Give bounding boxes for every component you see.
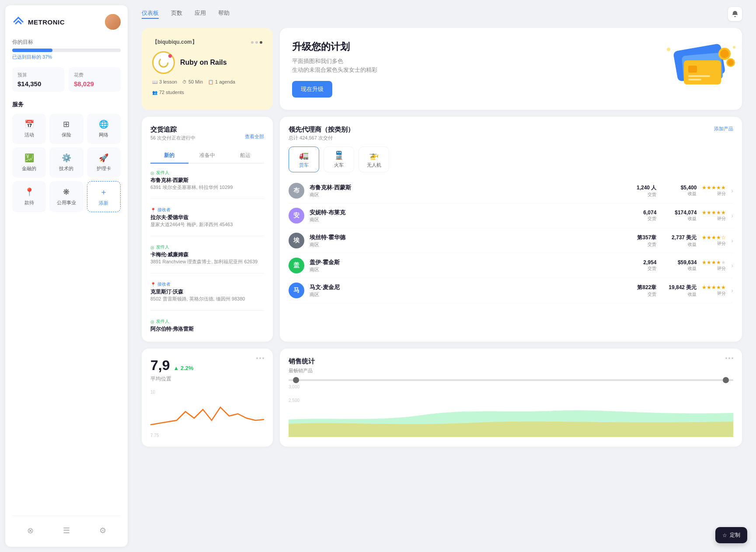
agent-tab-truck[interactable]: 🚛 货车 xyxy=(289,147,319,172)
logo-icon xyxy=(12,16,24,28)
delivery-name-2: 拉尔夫·爱德华兹 xyxy=(150,214,264,221)
delivery-item-2: 📍 接收者 拉尔夫·爱德华兹 显家大道2464号 梅萨, 新泽西州 45463 xyxy=(150,207,264,228)
delivery-role-5: ◎ 发件人 xyxy=(150,318,264,325)
agent-avatar-3: 埃 xyxy=(289,233,304,248)
course-title-area: Ruby on Rails xyxy=(180,59,227,66)
slider-thumb-right[interactable] xyxy=(723,377,729,383)
svg-point-8 xyxy=(720,49,729,58)
svg-rect-6 xyxy=(688,79,701,80)
agent-arrow-1[interactable]: › xyxy=(731,187,733,194)
svg-point-10 xyxy=(728,59,734,66)
chart-more-dots[interactable] xyxy=(256,357,264,359)
tab-new[interactable]: 新的 xyxy=(150,148,188,164)
agent-tab-drone[interactable]: 🚁 无人机 xyxy=(359,147,389,172)
agent-arrow-4[interactable]: › xyxy=(731,262,733,269)
agent-rating-1: ★★★★★ 评分 xyxy=(702,185,726,197)
delivery-divider-2 xyxy=(150,236,264,236)
budget-value: $14,350 xyxy=(17,80,59,87)
upgrade-button[interactable]: 现在升级 xyxy=(292,81,332,98)
delivery-header-row: 交货追踪 56 次交付正在进行中 查看全部 xyxy=(150,126,264,147)
area-chart-container: 3,000 2,500 xyxy=(289,384,733,437)
nav-help[interactable]: 帮助 xyxy=(218,9,230,19)
content-row-1: 【biqubiqu.com】 Ruby on Rails xyxy=(142,28,742,110)
delivery-name-4: 克里斯汀·沃森 xyxy=(150,288,264,296)
agent-money-2: $174,074 收益 xyxy=(662,210,697,222)
service-item-activity[interactable]: 📅活动 xyxy=(12,114,46,144)
notification-icon[interactable] xyxy=(728,7,742,21)
avatar-image xyxy=(105,14,121,30)
topnav-links: 仪表板 页数 应用 帮助 xyxy=(142,9,230,19)
agent-rev-1: $5,400 xyxy=(681,185,697,191)
service-item-network[interactable]: 🌐网络 xyxy=(87,114,121,144)
service-name-add: 添新 xyxy=(99,200,108,206)
agent-rating-label-4: 评分 xyxy=(717,266,726,272)
agent-trans-label-2: 交货 xyxy=(648,216,656,222)
agent-rev-5: 19,842 美元 xyxy=(669,284,697,291)
sales-subtitle: 最畅销产品 xyxy=(289,367,733,374)
upgrade-text: 升级您的计划 平面插图和我们多色 生动的未混合紫色头发女士的精彩 现在升级 xyxy=(292,40,377,98)
agent-trans-5: 第822章 xyxy=(637,284,656,291)
service-item-tech[interactable]: ⚙️技术的 xyxy=(49,147,83,178)
service-item-care[interactable]: 🚀护理卡 xyxy=(87,147,121,178)
add-product-button[interactable]: 添加产品 xyxy=(714,126,733,132)
agent-rev-3: 2,737 美元 xyxy=(672,234,697,241)
agent-stars-2: ★★★★★ xyxy=(702,210,726,216)
slider-thumb-left[interactable] xyxy=(293,377,299,383)
delivery-item-1: ◎ 发件人 布鲁克林·西蒙斯 6391 埃尔全圣塞塞林, 特拉华州 10299 xyxy=(150,170,264,191)
service-item-finance[interactable]: 💹金融的 xyxy=(12,147,46,178)
agents-title-area: 领先代理商（按类别） 总计 424,567 次交付 xyxy=(289,126,354,141)
service-item-add[interactable]: ＋添新 xyxy=(87,181,121,212)
agent-tab-train[interactable]: 🚆 火车 xyxy=(324,147,354,172)
train-icon: 🚆 xyxy=(334,150,344,160)
line-chart-container: 10 7.75 xyxy=(150,390,264,438)
agent-name-3: 埃丝特·霍华德 xyxy=(310,234,620,241)
service-item-hospitality[interactable]: 📍款待 xyxy=(12,181,46,212)
topnav-right xyxy=(728,7,742,21)
service-name-finance: 金融的 xyxy=(22,165,36,172)
train-label: 火车 xyxy=(334,162,344,168)
sales-more-dots[interactable] xyxy=(725,357,733,359)
agent-region-2: 南区 xyxy=(310,217,620,223)
agent-row-4: 盖 盖伊·霍金斯 南区 2,954 交货 $59,634 收益 xyxy=(289,253,733,278)
agent-arrow-2[interactable]: › xyxy=(731,212,733,219)
tab-shipping[interactable]: 船运 xyxy=(226,148,264,164)
upgrade-illustration xyxy=(660,43,730,95)
customizer-button[interactable]: ☆ 定制 xyxy=(715,527,747,543)
range-slider xyxy=(289,379,733,381)
tab-preparing[interactable]: 准备中 xyxy=(188,148,226,164)
sales-header: 销售统计 xyxy=(289,357,733,366)
more-dot-1 xyxy=(256,357,258,359)
add-icon: ＋ xyxy=(100,187,108,197)
service-name-activity: 活动 xyxy=(24,132,34,138)
big-number: 7,9 ▲ 2.2% xyxy=(150,357,194,374)
main-content: 仪表板 页数 应用 帮助 【biqubiqu.com】 xyxy=(133,0,756,552)
nav-pages[interactable]: 页数 xyxy=(171,9,182,19)
svg-rect-4 xyxy=(688,66,697,73)
agent-stat-5: 第822章 交货 xyxy=(626,284,656,297)
nav-apps[interactable]: 应用 xyxy=(195,9,206,19)
service-item-utility[interactable]: ❋公用事业 xyxy=(49,181,83,212)
agent-region-4: 南区 xyxy=(310,266,620,273)
agent-info-2: 安妮特·布莱克 南区 xyxy=(310,209,620,223)
nav-dashboard[interactable]: 仪表板 xyxy=(142,9,159,19)
agent-stars-5: ★★★★★ xyxy=(702,284,726,290)
agent-name-4: 盖伊·霍金斯 xyxy=(310,259,620,266)
agent-arrow-3[interactable]: › xyxy=(731,237,733,244)
layers-icon[interactable]: ⊗ xyxy=(24,523,36,538)
settings-icon[interactable]: ⚙ xyxy=(97,523,109,538)
course-dots xyxy=(251,41,262,44)
svg-rect-5 xyxy=(688,75,710,77)
document-icon[interactable]: ☰ xyxy=(60,523,73,538)
agent-stat-2: 6,074 交货 xyxy=(626,210,656,222)
number-trend: ▲ 2.2% xyxy=(173,365,193,371)
budget-label: 预算 xyxy=(17,72,59,78)
agent-money-4: $59,634 收益 xyxy=(662,259,697,272)
delivery-divider-3 xyxy=(150,273,264,273)
course-card-header: 【biqubiqu.com】 xyxy=(152,38,262,46)
agent-arrow-5[interactable]: › xyxy=(731,287,733,294)
services-label: 服务 xyxy=(12,101,121,108)
view-all-button[interactable]: 查看全部 xyxy=(245,133,264,140)
service-item-insurance[interactable]: ⊞保险 xyxy=(49,114,83,144)
delivery-name-5: 阿尔伯特·弗洛雷斯 xyxy=(150,325,264,333)
upgrade-card: 升级您的计划 平面插图和我们多色 生动的未混合紫色头发女士的精彩 现在升级 xyxy=(280,28,742,110)
